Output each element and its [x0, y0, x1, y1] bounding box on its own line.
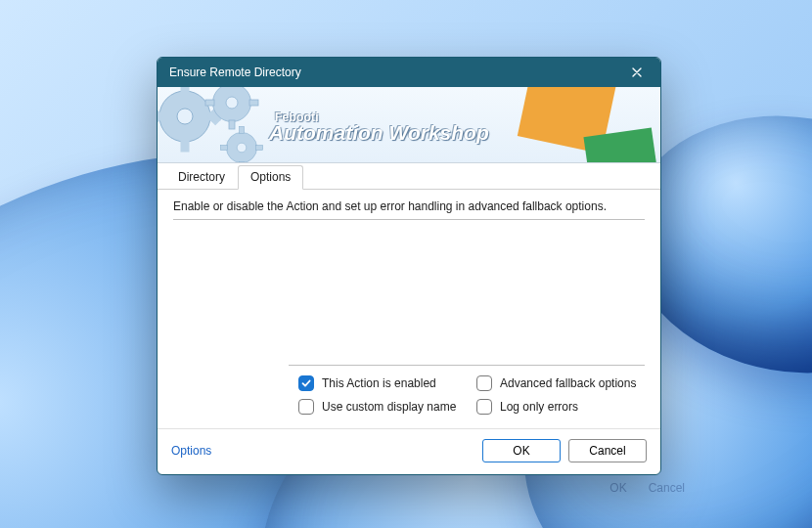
checkbox-custom-display-name[interactable]: Use custom display name — [298, 399, 467, 415]
checkbox-label: Use custom display name — [322, 400, 456, 414]
close-icon — [632, 67, 642, 77]
svg-point-15 — [226, 97, 238, 109]
titlebar[interactable]: Ensure Remote Directory — [158, 58, 660, 87]
svg-rect-1 — [181, 87, 189, 93]
checkbox-label: Log only errors — [500, 400, 578, 414]
check-icon — [301, 378, 311, 388]
dialog-footer: Options OK Cancel — [158, 428, 660, 474]
tabstrip: Directory Options — [158, 163, 660, 190]
svg-rect-17 — [240, 126, 245, 133]
brand-name-big: Automation Workshop — [269, 121, 489, 145]
svg-rect-14 — [205, 100, 214, 106]
tab-content-options: Enable or disable the Action and set up … — [158, 190, 660, 428]
tab-options[interactable]: Options — [238, 165, 303, 190]
svg-rect-19 — [255, 146, 262, 151]
checkbox-label: This Action is enabled — [322, 376, 436, 390]
svg-rect-20 — [220, 146, 227, 151]
checkbox-label: Advanced fallback options — [500, 376, 636, 390]
close-button[interactable] — [623, 62, 651, 83]
checkbox-advanced-fallback[interactable]: Advanced fallback options — [476, 375, 645, 391]
svg-point-9 — [177, 109, 193, 124]
svg-point-21 — [237, 143, 247, 153]
checkbox-action-enabled[interactable]: This Action is enabled — [298, 375, 467, 391]
dialog-ensure-remote-directory: Ensure Remote Directory — [157, 57, 661, 475]
ok-button[interactable]: OK — [482, 439, 561, 462]
options-link[interactable]: Options — [171, 444, 211, 458]
window-title: Ensure Remote Directory — [169, 66, 623, 79]
svg-rect-13 — [249, 100, 258, 106]
cancel-button[interactable]: Cancel — [568, 439, 647, 462]
tab-directory[interactable]: Directory — [165, 165, 238, 190]
options-description: Enable or disable the Action and set up … — [173, 199, 645, 220]
svg-rect-12 — [229, 120, 235, 129]
svg-rect-18 — [240, 161, 245, 163]
svg-rect-2 — [181, 140, 189, 152]
banner: Febooti Automation Workshop — [158, 87, 660, 163]
checkbox-log-only-errors[interactable]: Log only errors — [476, 399, 645, 415]
background-dialog-hint: OK Cancel — [489, 481, 685, 510]
